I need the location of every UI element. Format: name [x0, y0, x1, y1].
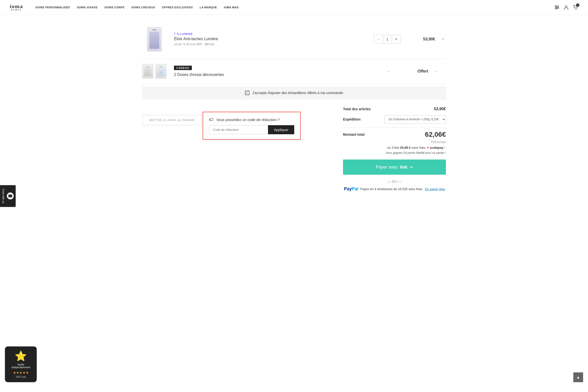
samples-row: ✓ J'accepte d'ajouter des échantillons o…	[142, 86, 446, 100]
cart-count: 1	[576, 4, 580, 7]
gift-info: CADEAU 2 Doses d'essai découvertes	[174, 66, 366, 77]
gift-badge: CADEAU	[174, 66, 192, 70]
cart-icon[interactable]: 1	[573, 5, 578, 10]
samples-checkbox[interactable]: ✓	[245, 91, 250, 95]
shipping-select[interactable]: So Colissimo à domicile < 250g: 8,16€	[384, 115, 446, 124]
svg-point-5	[556, 8, 557, 9]
nav-offres-exclusives[interactable]: OFFRES EXCLUSIVES	[162, 6, 193, 9]
chat-text: Chat with us	[2, 189, 5, 196]
pay-btn-brand: link	[400, 165, 408, 170]
vat-text: TVA incluse	[343, 140, 446, 144]
coupon-box: 🏷 Vous possédez un code de réduction ? A…	[202, 112, 300, 140]
scalapay-prefix: ou 3 fois	[387, 146, 399, 150]
ou-divider: — OU —	[343, 180, 446, 184]
filter-icon[interactable]	[554, 5, 560, 10]
product-quantity-control: - 1 +	[374, 35, 401, 44]
paypal-section: — OU — PayPal Payez en 4 échéances de 15…	[343, 180, 446, 192]
gift-qty-dash: -	[376, 69, 401, 73]
product-info: 7 ILLUMINE Élixir Anti-taches Lumière 10…	[174, 32, 364, 46]
coupon-inputs: Appliquer	[209, 125, 294, 134]
nav-ioma-mag[interactable]: IOMA MAG	[224, 6, 239, 9]
tag-icon: 🏷	[209, 117, 214, 122]
chat-widget[interactable]: Chat with us	[0, 185, 16, 196]
coupon-header-text: Vous possédez un code de réduction ?	[216, 118, 280, 122]
paypal-logo: PayPal	[344, 186, 358, 192]
order-summary: Total des articles 53,90€ Expédition So …	[343, 107, 446, 192]
scalapay-amount: 20,68 €	[400, 146, 410, 150]
left-actions: METTRE À JOUR LE PANIER 🏷 Vous possédez …	[142, 107, 333, 140]
qty-value: 1	[383, 35, 392, 43]
total-label: Montant total	[343, 132, 364, 136]
scalapay-sans-frais: sans frais.	[412, 146, 426, 150]
total-articles-row: Total des articles 53,90€	[343, 107, 446, 111]
product-image: ioma	[142, 24, 166, 54]
gift-image-2: ioma 2	[155, 64, 166, 79]
gift-row: ioma ioma 2 CADEAU 2 Doses d'essai décou…	[142, 59, 446, 84]
update-cart-button[interactable]: METTRE À JOUR LE PANIER	[142, 115, 202, 125]
paypal-row: PayPal Payez en 4 échéances de 15,52€ sa…	[343, 186, 446, 192]
nav-soins-personnalises[interactable]: SOINS PERSONNALISÉS	[35, 6, 70, 9]
nav-soins-cheveux[interactable]: SOINS CHEVEUX	[131, 6, 155, 9]
svg-point-8	[576, 8, 577, 9]
product-row: ioma 7 ILLUMINE Élixir Anti-taches Lumiè…	[142, 20, 446, 59]
scalapay-heart: ♥	[427, 146, 429, 150]
svg-point-4	[558, 6, 558, 8]
nav-soins-corps[interactable]: SOINS CORPS	[104, 6, 124, 9]
pay-btn-prefix: Payer avec	[376, 165, 398, 170]
paypal-learn-more-link[interactable]: En savoir plus	[425, 187, 445, 191]
paypal-text: Payez en 4 échéances de 15,52€ sans frai…	[360, 187, 423, 191]
scalapay-info-icon[interactable]: ⓘ	[443, 146, 446, 149]
expedition-row: Expédition So Colissimo à domicile < 250…	[343, 115, 446, 124]
total-articles-value: 53,90€	[434, 107, 446, 111]
chat-bubble-icon	[7, 192, 14, 196]
expedition-label: Expédition	[343, 117, 361, 121]
scalapay-row: ou 3 fois 20,68 € sans frais. ♥ scalapay…	[343, 146, 446, 150]
pay-btn-arrow: ⇒	[410, 164, 413, 170]
site-header: ioma PARIS SOINS PERSONNALISÉS SOINS VIS…	[0, 0, 588, 15]
svg-point-3	[556, 6, 557, 6]
site-logo[interactable]: ioma PARIS	[10, 4, 23, 11]
header-icons: 1	[554, 5, 578, 10]
pay-link-button[interactable]: Payer avec link ⇒	[343, 160, 446, 175]
gift-image-1: ioma	[142, 64, 153, 79]
gift-images: ioma ioma 2	[142, 64, 166, 79]
main-nav: SOINS PERSONNALISÉS SOINS VISAGE SOINS C…	[35, 6, 554, 9]
product-brand: 7 ILLUMINE	[174, 32, 364, 36]
action-row: METTRE À JOUR LE PANIER 🏷 Vous possédez …	[142, 107, 446, 192]
gift-name: 2 Doses d'essai découvertes	[174, 72, 366, 77]
gift-price: Offert	[410, 69, 435, 74]
product-remove-button[interactable]: ×	[440, 37, 446, 42]
total-articles-label: Total des articles	[343, 107, 371, 111]
total-row: Montant total 62,06€	[343, 130, 446, 138]
gift-remove-placeholder: -	[435, 69, 446, 73]
coupon-apply-button[interactable]: Appliquer	[268, 125, 294, 134]
product-meta: 10 ml / 0.33 fl.oz REF : IBP416	[174, 43, 364, 46]
nav-la-marque[interactable]: LA MARQUE	[200, 6, 217, 9]
scalapay-brand: scalapay	[430, 146, 443, 150]
nav-soins-visage[interactable]: SOINS VISAGE	[77, 6, 98, 9]
samples-text: J'accepte d'ajouter des échantillons off…	[252, 91, 343, 95]
svg-point-6	[565, 6, 567, 8]
account-icon[interactable]	[564, 5, 569, 10]
chat-bubble-inner	[8, 194, 12, 196]
total-value: 62,06€	[425, 130, 446, 138]
qty-increase-button[interactable]: +	[392, 35, 400, 43]
qty-decrease-button[interactable]: -	[374, 35, 383, 43]
coupon-header: 🏷 Vous possédez un code de réduction ?	[209, 117, 294, 122]
loyalty-text: Vous gagnez 54 points fidélité pour ce p…	[343, 151, 446, 154]
main-content: ioma 7 ILLUMINE Élixir Anti-taches Lumiè…	[132, 15, 456, 196]
summary-divider	[343, 128, 446, 128]
product-price: 53,90€	[410, 37, 435, 42]
svg-point-7	[575, 8, 576, 9]
product-name: Élixir Anti-taches Lumière	[174, 37, 364, 41]
coupon-input[interactable]	[209, 125, 268, 134]
